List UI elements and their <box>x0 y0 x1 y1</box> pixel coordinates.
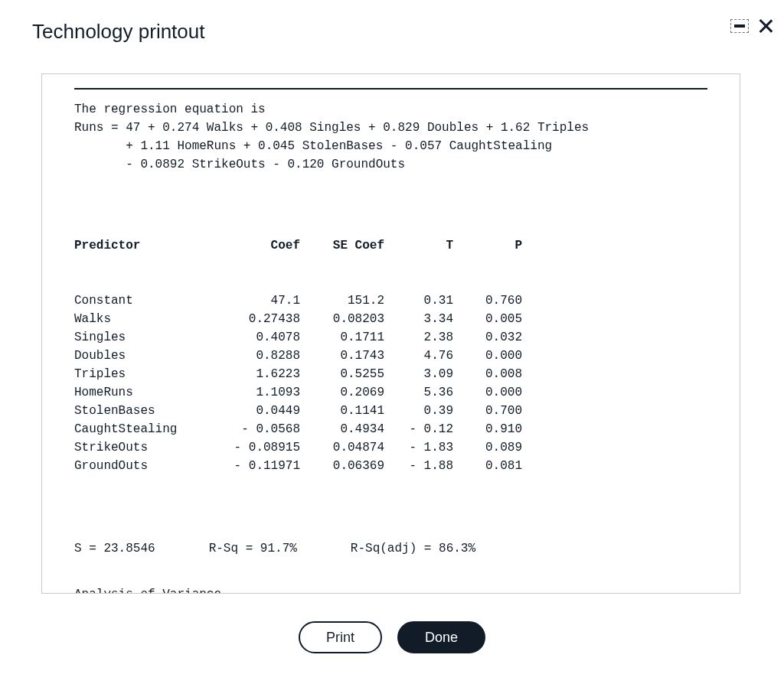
coef-cell-t: - 0.12 <box>384 420 453 438</box>
coef-cell-predictor: Doubles <box>74 347 208 365</box>
coefficient-table: Predictor Coef SE Coef T P Constant47.11… <box>74 200 707 512</box>
col-coef: Coef <box>208 236 300 255</box>
coef-cell-coef: 0.27438 <box>208 310 300 328</box>
s-value: S = 23.8546 <box>74 539 155 558</box>
dialog-title: Technology printout <box>32 20 204 44</box>
coef-cell-coef: 0.8288 <box>208 347 300 365</box>
coef-cell-p: 0.032 <box>453 328 522 347</box>
coef-cell-p: 0.760 <box>453 292 522 310</box>
coef-cell-t: 4.76 <box>384 347 453 365</box>
coef-cell-coef: 1.6223 <box>208 365 300 383</box>
coef-row: HomeRuns1.10930.20695.360.000 <box>74 383 707 402</box>
equation-line: + 1.11 HomeRuns + 0.045 StolenBases - 0.… <box>74 137 707 155</box>
coef-cell-se: 0.1743 <box>300 347 384 365</box>
coef-row: CaughtStealing- 0.05680.4934- 0.120.910 <box>74 420 707 438</box>
print-button[interactable]: Print <box>299 621 382 653</box>
coef-cell-t: 5.36 <box>384 383 453 402</box>
coef-cell-p: 0.700 <box>453 402 522 420</box>
dialog-buttons: Print Done <box>0 621 784 653</box>
coef-cell-predictor: Walks <box>74 310 208 328</box>
coef-cell-p: 0.910 <box>453 420 522 438</box>
coef-cell-se: 0.4934 <box>300 420 384 438</box>
close-icon[interactable] <box>758 18 773 34</box>
coef-cell-predictor: GroundOuts <box>74 457 208 475</box>
equation-line: The regression equation is <box>74 100 707 119</box>
window-controls <box>730 18 773 34</box>
coef-cell-se: 0.2069 <box>300 383 384 402</box>
coef-cell-p: 0.000 <box>453 347 522 365</box>
coef-row: Walks0.274380.082033.340.005 <box>74 310 707 328</box>
coef-cell-p: 0.081 <box>453 457 522 475</box>
minimize-icon[interactable] <box>730 19 749 33</box>
coef-cell-coef: 1.1093 <box>208 383 300 402</box>
col-p: P <box>453 236 522 255</box>
coef-cell-se: 0.08203 <box>300 310 384 328</box>
coef-cell-coef: - 0.08915 <box>208 438 300 457</box>
coef-cell-t: - 1.88 <box>384 457 453 475</box>
coef-cell-coef: - 0.11971 <box>208 457 300 475</box>
coef-cell-predictor: Singles <box>74 328 208 347</box>
coef-cell-coef: 47.1 <box>208 292 300 310</box>
col-se: SE Coef <box>300 236 384 255</box>
coef-cell-predictor: StrikeOuts <box>74 438 208 457</box>
coef-cell-se: 151.2 <box>300 292 384 310</box>
coef-row: Doubles0.82880.17434.760.000 <box>74 347 707 365</box>
coef-header-row: Predictor Coef SE Coef T P <box>74 236 707 255</box>
coef-cell-se: 0.1711 <box>300 328 384 347</box>
modal-dialog: Technology printout The regression equat… <box>0 0 784 684</box>
coef-cell-predictor: Constant <box>74 292 208 310</box>
coef-row: StolenBases0.04490.11410.390.700 <box>74 402 707 420</box>
top-rule <box>74 88 707 90</box>
coef-cell-t: 0.39 <box>384 402 453 420</box>
coef-cell-p: 0.005 <box>453 310 522 328</box>
coef-cell-se: 0.5255 <box>300 365 384 383</box>
col-t: T <box>384 236 453 255</box>
regression-equation: The regression equation isRuns = 47 + 0.… <box>74 100 707 174</box>
coef-cell-se: 0.06369 <box>300 457 384 475</box>
coef-cell-predictor: HomeRuns <box>74 383 208 402</box>
printout-panel: The regression equation isRuns = 47 + 0.… <box>41 73 740 594</box>
coef-row: Constant47.1151.20.310.760 <box>74 292 707 310</box>
coef-cell-predictor: CaughtStealing <box>74 420 208 438</box>
done-button[interactable]: Done <box>397 621 485 653</box>
coef-row: Triples1.62230.52553.090.008 <box>74 365 707 383</box>
coef-cell-se: 0.04874 <box>300 438 384 457</box>
anova-title: Analysis of Variance <box>74 585 707 594</box>
coef-row: Singles0.40780.17112.380.032 <box>74 328 707 347</box>
coef-cell-t: - 1.83 <box>384 438 453 457</box>
coef-cell-p: 0.089 <box>453 438 522 457</box>
coef-cell-t: 0.31 <box>384 292 453 310</box>
coef-cell-coef: - 0.0568 <box>208 420 300 438</box>
coef-cell-t: 2.38 <box>384 328 453 347</box>
coef-cell-t: 3.34 <box>384 310 453 328</box>
coef-cell-coef: 0.0449 <box>208 402 300 420</box>
model-summary: S = 23.8546 R-Sq = 91.7% R-Sq(adj) = 86.… <box>74 539 707 558</box>
coef-cell-se: 0.1141 <box>300 402 384 420</box>
coef-cell-p: 0.008 <box>453 365 522 383</box>
equation-line: Runs = 47 + 0.274 Walks + 0.408 Singles … <box>74 119 707 137</box>
coef-cell-predictor: Triples <box>74 365 208 383</box>
coef-cell-p: 0.000 <box>453 383 522 402</box>
coef-cell-predictor: StolenBases <box>74 402 208 420</box>
equation-line: - 0.0892 StrikeOuts - 0.120 GroundOuts <box>74 155 707 174</box>
coef-row: StrikeOuts- 0.089150.04874- 1.830.089 <box>74 438 707 457</box>
coef-row: GroundOuts- 0.119710.06369- 1.880.081 <box>74 457 707 475</box>
coef-cell-coef: 0.4078 <box>208 328 300 347</box>
col-predictor: Predictor <box>74 236 208 255</box>
rsqadj-value: R-Sq(adj) = 86.3% <box>351 539 475 558</box>
coef-cell-t: 3.09 <box>384 365 453 383</box>
rsq-value: R-Sq = 91.7% <box>209 539 297 558</box>
